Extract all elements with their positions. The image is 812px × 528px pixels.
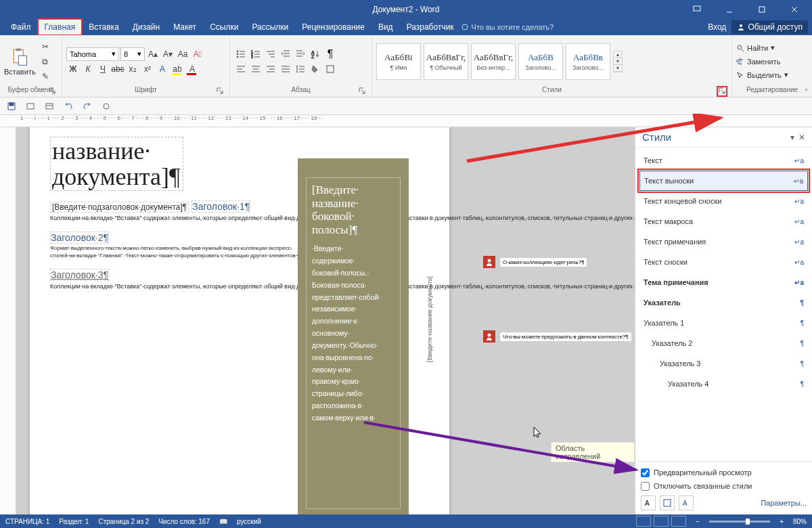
options-link[interactable]: Параметры... — [761, 499, 807, 507]
tab-insert[interactable]: Вставка — [82, 19, 126, 35]
style-list-item[interactable]: Текст макроса↵a — [639, 211, 808, 232]
style-list-item[interactable]: Текст выноски↵a — [639, 171, 808, 191]
style-list-item[interactable]: Указатель 1¶ — [639, 313, 808, 333]
heading-2[interactable]: Заголовок·2¶ — [50, 232, 109, 244]
doc-title[interactable]: название· документа]¶ — [50, 137, 183, 191]
comment-2[interactable]: Что·вы·можете·предложить·в·данном·контек… — [483, 330, 632, 343]
bullets-icon[interactable] — [234, 47, 248, 61]
style-list-item[interactable]: Указатель 3¶ — [639, 353, 808, 374]
sidebar-title[interactable]: [Введите· название· боковой· полосы]¶ — [312, 183, 359, 236]
comment-text[interactable]: Что·вы·можете·предложить·в·данном·контек… — [499, 332, 632, 342]
body-2[interactable]: Формат·выделенного·текста·можно·легко·из… — [50, 245, 280, 260]
ruler-horizontal[interactable]: 1 · · · I · · · 1 · · · 2 · · · 3 · · · … — [0, 115, 812, 127]
save-icon[interactable] — [5, 100, 18, 112]
style-list-item[interactable]: Текст концевой сноски↵a — [639, 191, 808, 211]
view-web-icon[interactable] — [671, 516, 686, 527]
zoom-slider[interactable] — [709, 521, 770, 523]
tab-home[interactable]: Главная — [38, 19, 83, 35]
tab-mailings[interactable]: Рассылки — [245, 19, 295, 35]
tab-view[interactable]: Вид — [371, 19, 400, 35]
style-list-item[interactable]: Текст сноски↵a — [639, 252, 808, 272]
align-right-icon[interactable] — [264, 62, 277, 76]
clear-format-icon[interactable]: A⃠ — [191, 47, 204, 61]
justify-icon[interactable] — [279, 62, 292, 76]
strike-icon[interactable]: abc — [111, 62, 125, 76]
style-list-item[interactable]: Тема примечания↵a — [639, 272, 808, 292]
maximize-icon[interactable] — [747, 0, 777, 19]
comment-text[interactable]: О·каких·коллекциях·идет·речь?¶ — [499, 257, 587, 267]
style-list-item[interactable]: Указатель¶ — [639, 292, 808, 313]
pane-dropdown-icon[interactable]: ▾ — [790, 133, 794, 142]
shading-icon[interactable] — [309, 62, 322, 76]
font-name-select[interactable]: Tahoma▾ — [66, 47, 119, 61]
font-color-icon[interactable]: A — [185, 62, 199, 76]
find-button[interactable]: Найти ▾ — [736, 42, 788, 54]
zoom-out-icon[interactable]: − — [696, 518, 700, 525]
status-pageof[interactable]: Страница 2 из 2 — [98, 518, 149, 525]
font-size-select[interactable]: 8▾ — [120, 47, 145, 61]
page[interactable]: название· документа]¶ [Введите·подзаголо… — [30, 127, 449, 514]
bold-icon[interactable]: Ж — [66, 62, 80, 76]
style-inspector-icon[interactable] — [660, 496, 675, 510]
replace-button[interactable]: abЗаменить — [736, 56, 788, 68]
style-list-item[interactable]: Текст↵a — [639, 150, 808, 171]
text-effects-icon[interactable]: A — [156, 62, 169, 76]
heading-1[interactable]: Заголовок·1¶ — [191, 200, 250, 213]
sort-icon[interactable]: AZ — [309, 47, 322, 61]
view-print-icon[interactable] — [654, 516, 669, 527]
clipboard-launcher-icon[interactable] — [48, 87, 56, 95]
styles-gallery[interactable]: АаБбВі¶ ИмяАаБбВвГг,¶ ОбычныйАаБбВвГг,Бе… — [376, 43, 610, 80]
status-lang[interactable]: русский — [237, 518, 261, 525]
proofing-icon[interactable]: 📖 — [219, 518, 227, 525]
pane-close-icon[interactable]: ✕ — [798, 133, 805, 142]
select-button[interactable]: Выделить ▾ — [736, 69, 788, 81]
font-launcher-icon[interactable] — [216, 87, 224, 95]
superscript-icon[interactable]: x² — [141, 62, 154, 76]
pilcrow-icon[interactable]: ¶ — [323, 47, 337, 61]
style-tile[interactable]: АаБбВвГг,¶ Обычный — [424, 43, 468, 80]
style-list-item[interactable]: Указатель 2¶ — [639, 333, 808, 353]
status-words[interactable]: Число слов: 167 — [158, 518, 210, 525]
ruler-vertical[interactable] — [0, 127, 16, 514]
tab-developer[interactable]: Разработчик — [400, 19, 461, 35]
comment-1[interactable]: О·каких·коллекциях·идет·речь?¶ — [483, 256, 587, 268]
undo-icon[interactable] — [62, 100, 74, 112]
change-case-icon[interactable]: Aa — [176, 47, 189, 61]
shrink-font-icon[interactable]: A▾ — [161, 47, 175, 61]
disable-linked-checkbox[interactable]: Отключить связанные стили — [641, 479, 807, 493]
gallery-scroll[interactable]: ▴▾▾ — [613, 51, 623, 72]
zoom-value[interactable]: 80% — [793, 518, 807, 525]
grow-font-icon[interactable]: A▴ — [146, 47, 160, 61]
styles-list[interactable]: Текст↵aТекст выноски↵aТекст концевой сно… — [635, 148, 812, 461]
copy-icon[interactable]: ⧉ — [39, 55, 52, 68]
qat-icon-3[interactable] — [43, 100, 55, 112]
qat-icon-6[interactable] — [100, 100, 112, 112]
align-left-icon[interactable] — [234, 62, 248, 76]
paragraph-launcher-icon[interactable] — [358, 87, 366, 95]
style-list-item[interactable]: Текст примечания↵a — [639, 232, 808, 252]
tell-me[interactable]: Что вы хотите сделать? — [461, 23, 554, 31]
redo-icon[interactable] — [81, 100, 93, 112]
style-tile[interactable]: АаБбВі¶ Имя — [376, 43, 421, 80]
style-tile[interactable]: АаБбВвГг,Без интер... — [471, 43, 516, 80]
multilevel-icon[interactable] — [264, 47, 277, 61]
view-read-icon[interactable] — [636, 516, 651, 527]
align-center-icon[interactable] — [249, 62, 263, 76]
sidebar-textbox[interactable]: [Введите· название· боковой· полосы]¶ ·В… — [298, 158, 409, 514]
tab-review[interactable]: Рецензирование — [295, 19, 371, 35]
styles-launcher-icon[interactable] — [718, 87, 726, 95]
format-painter-icon[interactable]: ✎ — [39, 70, 52, 83]
minimize-icon[interactable] — [715, 0, 744, 19]
paste-button[interactable]: Вставить — [4, 47, 36, 76]
outdent-icon[interactable] — [279, 47, 292, 61]
ribbon-options-icon[interactable] — [682, 0, 712, 19]
status-page[interactable]: СТРАНИЦА: 1 — [5, 518, 49, 525]
highlight-icon[interactable]: ab — [171, 62, 184, 76]
heading-3[interactable]: Заголовок·3¶ — [50, 269, 109, 281]
signin-button[interactable]: Вход — [708, 22, 726, 32]
cut-icon[interactable]: ✂ — [39, 40, 52, 53]
line-spacing-icon[interactable] — [294, 62, 307, 76]
status-section[interactable]: Раздел: 1 — [59, 518, 89, 525]
share-button[interactable]: Общий доступ — [731, 20, 808, 34]
preview-checkbox[interactable]: Предварительный просмотр — [641, 466, 807, 479]
